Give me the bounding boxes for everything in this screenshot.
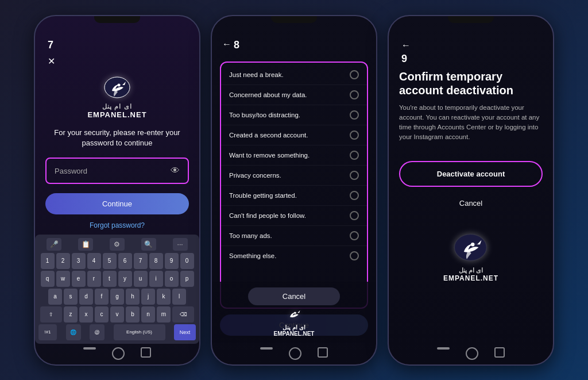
kb-key-t[interactable]: t bbox=[103, 271, 117, 287]
kb-clipboard-icon[interactable]: 📋 bbox=[78, 238, 93, 251]
reason-item-6[interactable]: Trouble getting started. bbox=[221, 186, 367, 206]
back-btn-3[interactable] bbox=[494, 347, 505, 358]
kb-key-u[interactable]: u bbox=[134, 271, 148, 287]
radio-circle-6[interactable] bbox=[350, 191, 359, 200]
radio-circle-2[interactable] bbox=[350, 110, 359, 120]
kb-more-icon[interactable]: ··· bbox=[173, 238, 188, 251]
reason-item-4[interactable]: Want to remove something. bbox=[221, 145, 367, 166]
phone-2-screen: ← 8 Just need a break. Concerned about m… bbox=[212, 16, 376, 364]
radio-circle-5[interactable] bbox=[350, 171, 359, 180]
kb-globe-key[interactable]: 🌐 bbox=[66, 324, 81, 340]
reason-item-1[interactable]: Concerned about my data. bbox=[221, 85, 367, 105]
home-btn-2[interactable] bbox=[289, 347, 301, 360]
kb-key-n[interactable]: n bbox=[141, 306, 155, 323]
deactivate-account-button[interactable]: Deactivate account bbox=[399, 161, 543, 187]
kb-key-f[interactable]: f bbox=[95, 289, 109, 305]
kb-key-w[interactable]: w bbox=[56, 271, 70, 287]
kb-shift-key[interactable]: ⇧ bbox=[40, 306, 62, 323]
recent-apps-btn[interactable] bbox=[83, 347, 96, 350]
kb-at-key[interactable]: @ bbox=[90, 324, 105, 340]
kb-key-3[interactable]: 3 bbox=[72, 253, 86, 269]
kb-key-h[interactable]: h bbox=[126, 289, 140, 305]
kb-key-j[interactable]: j bbox=[141, 289, 155, 305]
kb-key-9[interactable]: 9 bbox=[165, 253, 179, 269]
security-text: For your security, please re-enter your … bbox=[45, 128, 189, 148]
forgot-password-link[interactable]: Forgot password? bbox=[90, 221, 145, 229]
reason-label-4: Want to remove something. bbox=[229, 152, 310, 159]
kb-special-key[interactable]: !#1 bbox=[38, 324, 57, 340]
radio-circle-8[interactable] bbox=[350, 231, 359, 240]
kb-key-1[interactable]: 1 bbox=[41, 253, 55, 269]
kb-next-key[interactable]: Next bbox=[174, 324, 196, 340]
continue-button-1[interactable]: Continue bbox=[45, 193, 189, 214]
back-btn-2[interactable] bbox=[318, 347, 328, 358]
kb-key-0[interactable]: 0 bbox=[180, 253, 194, 269]
cancel-button-2[interactable]: Cancel bbox=[248, 287, 340, 305]
kb-key-i[interactable]: i bbox=[149, 271, 163, 287]
reason-label-0: Just need a break. bbox=[229, 71, 284, 78]
kb-key-k[interactable]: k bbox=[157, 289, 171, 305]
p3-header: Confirm temporary account deactivation Y… bbox=[399, 70, 543, 154]
kb-key-x[interactable]: x bbox=[79, 306, 93, 323]
eye-icon[interactable]: 👁 bbox=[171, 166, 180, 176]
kb-key-z[interactable]: z bbox=[64, 306, 78, 323]
kb-key-d[interactable]: d bbox=[79, 289, 93, 305]
back-icon-2[interactable]: ← bbox=[222, 39, 231, 49]
back-icon-3[interactable]: ← bbox=[401, 40, 411, 51]
radio-circle-1[interactable] bbox=[350, 90, 359, 99]
kb-key-y[interactable]: y bbox=[118, 271, 132, 287]
phone-3-notch bbox=[448, 16, 494, 23]
kb-row-zxcv: ⇧ z x c v b n m ⌫ bbox=[37, 306, 197, 323]
kb-key-r[interactable]: r bbox=[87, 271, 101, 287]
password-input-box[interactable]: Password 👁 bbox=[45, 158, 189, 184]
kb-key-p[interactable]: p bbox=[180, 271, 194, 287]
back-btn[interactable] bbox=[141, 347, 151, 358]
kb-key-g[interactable]: g bbox=[110, 289, 124, 305]
reason-item-7[interactable]: Can't find people to follow. bbox=[221, 206, 367, 226]
kb-delete-key[interactable]: ⌫ bbox=[172, 306, 194, 323]
kb-key-a[interactable]: a bbox=[48, 289, 62, 305]
kb-key-c[interactable]: c bbox=[95, 306, 109, 323]
kb-key-2[interactable]: 2 bbox=[56, 253, 70, 269]
p3-logo-area: ای ام پنل EMPANEL.NET bbox=[399, 231, 543, 282]
reason-item-9[interactable]: Something else. bbox=[221, 246, 367, 266]
kb-key-e[interactable]: e bbox=[72, 271, 86, 287]
kb-key-l[interactable]: l bbox=[172, 289, 186, 305]
phone-2: ← 8 Just need a break. Concerned about m… bbox=[211, 15, 377, 366]
kb-key-m[interactable]: m bbox=[157, 306, 171, 323]
recent-apps-btn-2[interactable] bbox=[260, 347, 273, 350]
radio-circle-9[interactable] bbox=[350, 251, 359, 260]
kb-key-q[interactable]: q bbox=[41, 271, 55, 287]
kb-key-b[interactable]: b bbox=[126, 306, 140, 323]
kb-row-qwerty: q w e r t y u i o p bbox=[37, 271, 197, 287]
kb-mic-icon[interactable]: 🎤 bbox=[47, 238, 61, 251]
kb-key-5[interactable]: 5 bbox=[103, 253, 117, 269]
radio-circle-4[interactable] bbox=[350, 151, 359, 160]
phone-2-bottom-bar bbox=[260, 347, 328, 360]
kb-settings-icon[interactable]: ⚙ bbox=[110, 238, 125, 251]
radio-circle-3[interactable] bbox=[350, 130, 359, 140]
kb-key-s[interactable]: s bbox=[64, 289, 78, 305]
back-icon-1[interactable]: ✕ bbox=[48, 56, 55, 67]
kb-search-icon[interactable]: 🔍 bbox=[141, 238, 156, 251]
home-btn-3[interactable] bbox=[466, 347, 478, 360]
radio-circle-0[interactable] bbox=[350, 70, 359, 79]
kb-key-7[interactable]: 7 bbox=[134, 253, 148, 269]
radio-circle-7[interactable] bbox=[350, 211, 359, 220]
kb-key-8[interactable]: 8 bbox=[149, 253, 163, 269]
cancel-button-3[interactable]: Cancel bbox=[399, 193, 543, 214]
recent-apps-btn-3[interactable] bbox=[437, 347, 450, 350]
kb-key-6[interactable]: 6 bbox=[118, 253, 132, 269]
home-btn[interactable] bbox=[112, 347, 125, 360]
kb-row-numbers: 1 2 3 4 5 6 7 8 9 0 bbox=[37, 253, 197, 269]
reason-item-0[interactable]: Just need a break. bbox=[221, 65, 367, 85]
svg-point-4 bbox=[471, 243, 474, 246]
reason-item-3[interactable]: Created a second account. bbox=[221, 125, 367, 145]
kb-lang-key[interactable]: English (US) bbox=[114, 324, 165, 340]
kb-key-4[interactable]: 4 bbox=[87, 253, 101, 269]
reason-item-8[interactable]: Too many ads. bbox=[221, 226, 367, 246]
kb-key-v[interactable]: v bbox=[110, 306, 124, 323]
kb-key-o[interactable]: o bbox=[165, 271, 179, 287]
reason-item-5[interactable]: Privacy concerns. bbox=[221, 166, 367, 186]
reason-item-2[interactable]: Too busy/too distracting. bbox=[221, 105, 367, 125]
